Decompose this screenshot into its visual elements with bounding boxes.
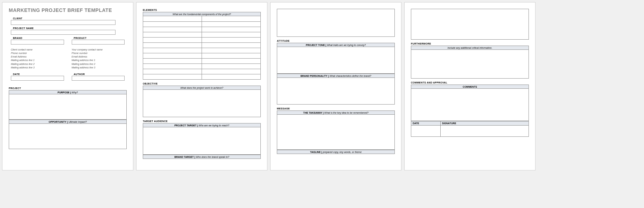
band-prompt: Include any additional critical informat… bbox=[447, 47, 492, 49]
company-contact-block: Your company contact name Phone number E… bbox=[72, 48, 125, 69]
label-sig-signature: SIGNATURE bbox=[441, 121, 528, 125]
section-project: PROJECT bbox=[9, 87, 127, 89]
box-comments[interactable] bbox=[411, 89, 529, 121]
box-purpose[interactable] bbox=[9, 94, 127, 120]
band-prompt: prepared copy, key words, or theme bbox=[323, 151, 362, 153]
band-prompt: What is the key idea to be remembered? bbox=[324, 112, 369, 114]
box-takeaway[interactable] bbox=[277, 115, 395, 150]
band-key: OPPORTUNITY bbox=[49, 121, 66, 123]
band-key: TAGLINE bbox=[310, 151, 321, 153]
input-author[interactable] bbox=[72, 76, 125, 81]
band-key: BRAND PERSONALITY bbox=[300, 75, 327, 77]
section-target-audience: TARGET AUDIENCE bbox=[143, 120, 261, 122]
section-elements: ELEMENTS bbox=[143, 9, 261, 11]
section-attitude: ATTITUDE bbox=[277, 40, 395, 42]
meta-line: Email Address bbox=[72, 55, 125, 59]
band-prompt: What does the project work to achieve? bbox=[180, 87, 223, 89]
input-date[interactable] bbox=[11, 76, 64, 81]
band-prompt: Who does the brand speak to? bbox=[196, 156, 229, 158]
input-brand[interactable] bbox=[11, 40, 64, 45]
meta-line: Mailing address line 3 bbox=[72, 66, 125, 69]
band-comments: COMMENTS bbox=[411, 85, 529, 89]
input-project-name[interactable] bbox=[11, 30, 115, 35]
box-project-target[interactable] bbox=[143, 127, 261, 155]
label-client: CLIENT bbox=[13, 17, 125, 20]
band-project-tone: PROJECT TONE | What traits are we trying… bbox=[277, 43, 395, 47]
label-brand: BRAND bbox=[13, 37, 64, 39]
band-tagline: TAGLINE | prepared copy, key words, or t… bbox=[277, 150, 395, 154]
page-3: ATTITUDE PROJECT TONE | What traits are … bbox=[270, 2, 401, 170]
band-brand-target: BRAND TARGET | Who does the brand speak … bbox=[143, 155, 261, 159]
meta-line: Mailing address line 3 bbox=[11, 66, 64, 69]
band-brand-personality: BRAND PERSONALITY | What characteristics… bbox=[277, 74, 395, 78]
box-objective[interactable] bbox=[143, 90, 261, 117]
band-takeaway: THE TAKEAWAY | What is the key idea to b… bbox=[277, 110, 395, 115]
input-sig-date[interactable] bbox=[411, 126, 441, 136]
page-1: MARKETING PROJECT BRIEF TEMPLATE CLIENT … bbox=[2, 2, 133, 170]
meta-line: Phone number bbox=[72, 52, 125, 55]
meta-line: Client contact name bbox=[11, 48, 64, 52]
band-prompt: Why? bbox=[72, 91, 78, 94]
box-furthermore[interactable] bbox=[411, 50, 529, 79]
meta-line: Email Address bbox=[11, 55, 64, 59]
elements-table[interactable] bbox=[143, 16, 261, 80]
meta-line: Phone number bbox=[11, 52, 64, 55]
band-opportunity: OPPORTUNITY | Ultimate Impact? bbox=[9, 120, 127, 124]
meta-line: Mailing address line 1 bbox=[11, 59, 64, 62]
label-project-name: PROJECT NAME bbox=[13, 27, 125, 29]
band-key: PROJECT TARGET bbox=[174, 124, 196, 127]
document-title: MARKETING PROJECT BRIEF TEMPLATE bbox=[9, 7, 127, 13]
band-project-target: PROJECT TARGET | Who are we trying to re… bbox=[143, 123, 261, 127]
section-objective: OBJECTIVE bbox=[143, 82, 261, 85]
band-key: BRAND TARGET bbox=[174, 156, 194, 158]
band-elements: What are the fundamental components of t… bbox=[143, 12, 261, 16]
band-prompt: Ultimate Impact? bbox=[68, 121, 87, 123]
band-key: PURPOSE bbox=[58, 91, 70, 94]
band-purpose: PURPOSE | Why? bbox=[9, 90, 127, 94]
page-2: ELEMENTS What are the fundamental compon… bbox=[136, 2, 267, 170]
meta-line: Mailing address line 2 bbox=[11, 62, 64, 66]
box-opportunity[interactable] bbox=[9, 124, 127, 149]
input-client[interactable] bbox=[11, 20, 115, 25]
band-prompt: What traits are we trying to convey? bbox=[327, 44, 366, 46]
section-furthermore: FURTHERMORE bbox=[411, 42, 529, 45]
client-contact-block: Client contact name Phone number Email A… bbox=[11, 48, 64, 69]
input-sig-signature[interactable] bbox=[441, 126, 528, 136]
section-comments-approval: COMMENTS AND APPROVAL bbox=[411, 81, 529, 84]
label-date: DATE bbox=[13, 73, 64, 75]
band-key: THE TAKEAWAY bbox=[303, 112, 322, 114]
box-brand-personality[interactable] bbox=[277, 78, 395, 105]
box-tagline[interactable] bbox=[411, 9, 529, 40]
band-prompt: Who are we trying to reach? bbox=[198, 124, 229, 127]
section-message: MESSAGE bbox=[277, 107, 395, 110]
band-key: PROJECT TONE bbox=[306, 44, 325, 46]
band-furthermore: Include any additional critical informat… bbox=[411, 46, 529, 50]
label-sig-date: DATE bbox=[411, 121, 441, 125]
meta-line: Mailing address line 1 bbox=[72, 59, 125, 62]
label-product: PRODUCT bbox=[74, 37, 125, 39]
box-project-tone[interactable] bbox=[277, 47, 395, 74]
band-prompt: What characteristics define the brand? bbox=[329, 75, 371, 77]
box-brand-target[interactable] bbox=[277, 9, 395, 37]
label-author: AUTHOR bbox=[74, 73, 125, 75]
band-objective: What does the project work to achieve? bbox=[143, 86, 261, 90]
input-product[interactable] bbox=[72, 40, 125, 45]
page-4: FURTHERMORE Include any additional criti… bbox=[404, 2, 536, 170]
meta-line: Mailing address line 2 bbox=[72, 62, 125, 66]
meta-line: Your company contact name bbox=[72, 48, 125, 52]
band-prompt: What are the fundamental components of t… bbox=[173, 13, 231, 15]
